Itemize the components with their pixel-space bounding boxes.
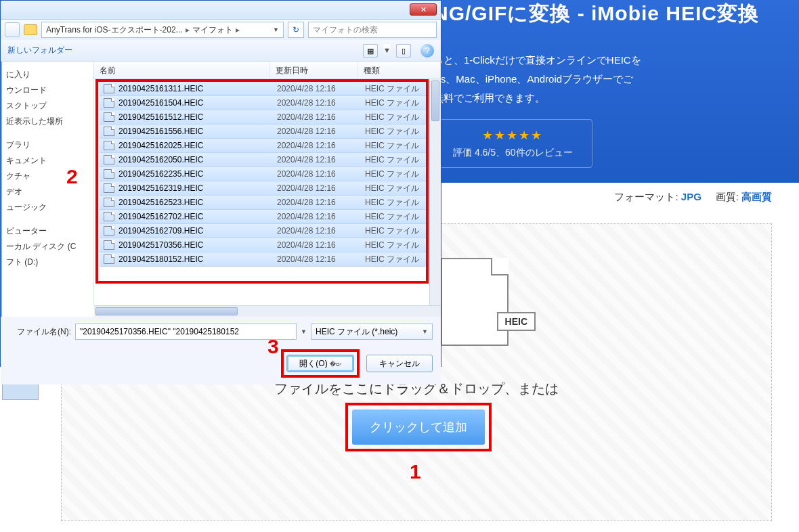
horizontal-scrollbar[interactable]: [94, 305, 441, 317]
file-row[interactable]: 20190425162523.HEIC2020/4/28 12:16HEIC フ…: [100, 196, 426, 210]
address-bar: AnyTrans for iOS-エクスポート-202... ▸ マイフォト ▸…: [1, 20, 441, 40]
cancel-button[interactable]: キャンセル: [366, 355, 433, 372]
dialog-toolbar: 新しいフォルダー ▦ ▼ ▯ ?: [1, 40, 441, 62]
breadcrumb-seg-2[interactable]: マイフォト: [192, 24, 233, 36]
col-name[interactable]: 名前: [94, 62, 270, 79]
file-type: HEIC ファイル: [365, 154, 426, 166]
heic-file-icon: HEIC: [434, 258, 515, 353]
sidebar-item[interactable]: デオ: [3, 184, 93, 200]
file-icon: [104, 84, 114, 93]
breadcrumb-seg-1[interactable]: AnyTrans for iOS-エクスポート-202...: [46, 24, 183, 36]
filename-label: ファイル名(N):: [9, 326, 71, 338]
help-button[interactable]: ?: [420, 44, 434, 58]
format-value[interactable]: JPG: [681, 191, 701, 202]
filename-dropdown-icon[interactable]: ▼: [301, 328, 307, 335]
file-name: 20190425161311.HEIC: [118, 84, 277, 93]
col-date[interactable]: 更新日時: [270, 62, 358, 79]
file-row[interactable]: 20190425180152.HEIC2020/4/28 12:16HEIC フ…: [100, 252, 426, 267]
file-name: 20190425180152.HEIC: [118, 254, 277, 264]
file-date: 2020/4/28 12:16: [277, 141, 365, 150]
file-row[interactable]: 20190425162050.HEIC2020/4/28 12:16HEIC フ…: [100, 153, 426, 167]
sidebar-item[interactable]: クチャ: [3, 169, 93, 184]
file-icon: [104, 127, 114, 136]
file-date: 2020/4/28 12:16: [277, 169, 365, 179]
sidebar-item[interactable]: ブラリ: [3, 137, 93, 153]
page-description: ると、1-Clickだけで直接オンラインでHEICを ws、Mac、iPhone…: [433, 51, 641, 108]
file-row[interactable]: 20190425162235.HEIC2020/4/28 12:16HEIC フ…: [100, 167, 426, 181]
file-row[interactable]: 20190425162025.HEIC2020/4/28 12:16HEIC フ…: [100, 139, 426, 153]
refresh-button[interactable]: ↻: [288, 22, 304, 38]
file-icon: [104, 240, 114, 250]
file-type-filter[interactable]: HEIC ファイル (*.heic)▼: [311, 324, 433, 340]
file-name: 20190425161512.HEIC: [118, 112, 277, 122]
file-name: 20190425162319.HEIC: [118, 183, 277, 193]
page-title: NG/GIFに変換 - iMobie HEIC変換: [433, 0, 759, 28]
view-mode-button[interactable]: ▦: [363, 44, 378, 58]
file-row[interactable]: 20190425170356.HEIC2020/4/28 12:16HEIC フ…: [100, 238, 426, 252]
sidebar-item[interactable]: キュメント: [3, 153, 93, 169]
file-row[interactable]: 20190425161556.HEIC2020/4/28 12:16HEIC フ…: [100, 125, 426, 139]
file-date: 2020/4/28 12:16: [277, 183, 365, 193]
sidebar-item[interactable]: に入り: [3, 67, 93, 83]
column-headers[interactable]: 名前 更新日時 種類: [94, 62, 441, 79]
file-icon: [104, 98, 114, 108]
sidebar-item[interactable]: ュージック: [3, 200, 93, 215]
file-row[interactable]: 20190425161311.HEIC2020/4/28 12:16HEIC フ…: [100, 82, 426, 96]
file-date: 2020/4/28 12:16: [277, 212, 365, 221]
file-type: HEIC ファイル: [365, 112, 426, 123]
file-type: HEIC ファイル: [365, 169, 426, 180]
sidebar-item[interactable]: ウンロード: [3, 83, 93, 98]
sidebar-item[interactable]: フト (D:): [3, 254, 93, 270]
preview-pane-button[interactable]: ▯: [396, 44, 411, 58]
file-name: 20190425161556.HEIC: [118, 127, 277, 136]
rating-box[interactable]: ★★★★★ 評価 4.6/5、60件のレビュー: [433, 119, 592, 168]
dialog-sidebar[interactable]: に入りウンロードスクトップ近表示した場所 ブラリキュメントクチャデオュージック …: [1, 62, 94, 305]
annotation-marker-1: 1: [410, 460, 421, 483]
annotation-marker-2: 2: [66, 165, 78, 188]
file-date: 2020/4/28 12:16: [277, 98, 365, 108]
file-date: 2020/4/28 12:16: [277, 254, 365, 264]
file-date: 2020/4/28 12:16: [277, 226, 365, 236]
star-icon: ★★★★★: [453, 128, 573, 143]
file-icon: [104, 141, 114, 150]
add-files-button[interactable]: クリックして追加: [352, 409, 485, 445]
file-type: HEIC ファイル: [365, 225, 426, 237]
file-type: HEIC ファイル: [365, 97, 426, 109]
col-type[interactable]: 種類: [358, 62, 441, 79]
sidebar-item[interactable]: スクトップ: [3, 98, 93, 114]
folder-icon: [24, 24, 37, 35]
file-row[interactable]: 20190425161504.HEIC2020/4/28 12:16HEIC フ…: [100, 96, 426, 110]
breadcrumb[interactable]: AnyTrans for iOS-エクスポート-202... ▸ マイフォト ▸…: [41, 22, 284, 38]
heic-badge: HEIC: [497, 312, 536, 331]
file-name: 20190425162025.HEIC: [118, 141, 277, 150]
file-date: 2020/4/28 12:16: [277, 84, 365, 93]
file-name: 20190425170356.HEIC: [118, 240, 277, 250]
sidebar-item[interactable]: 近表示した場所: [3, 114, 93, 129]
file-type: HEIC ファイル: [365, 240, 426, 251]
open-button[interactable]: 開く(O) �ים: [286, 355, 354, 372]
file-type: HEIC ファイル: [365, 197, 426, 208]
file-row[interactable]: 20190425162319.HEIC2020/4/28 12:16HEIC フ…: [100, 181, 426, 196]
close-button[interactable]: ✕: [410, 3, 437, 16]
file-name: 20190425162235.HEIC: [118, 169, 277, 179]
dialog-titlebar[interactable]: ✕: [1, 1, 441, 20]
new-folder-button[interactable]: 新しいフォルダー: [7, 45, 72, 56]
filename-input[interactable]: [75, 324, 297, 340]
file-row[interactable]: 20190425162709.HEIC2020/4/28 12:16HEIC フ…: [100, 224, 426, 238]
file-icon: [104, 254, 114, 264]
file-row[interactable]: 20190425162702.HEIC2020/4/28 12:16HEIC フ…: [100, 210, 426, 224]
rating-text: 評価 4.6/5、60件のレビュー: [453, 147, 573, 159]
quality-value[interactable]: 高画質: [741, 191, 772, 202]
search-input[interactable]: マイフォトの検索: [308, 22, 437, 38]
file-list[interactable]: 20190425161311.HEIC2020/4/28 12:16HEIC フ…: [100, 82, 426, 297]
annotation-box-1: クリックして追加: [345, 403, 492, 451]
file-name: 20190425162050.HEIC: [118, 155, 277, 164]
dialog-footer: ファイル名(N): ▼ HEIC ファイル (*.heic)▼ 開く(O) �י…: [1, 317, 441, 384]
file-type: HEIC ファイル: [365, 140, 426, 152]
sidebar-item[interactable]: ーカル ディスク (C: [3, 239, 93, 254]
vertical-scrollbar[interactable]: [429, 79, 441, 305]
file-row[interactable]: 20190425161512.HEIC2020/4/28 12:16HEIC フ…: [100, 110, 426, 125]
sidebar-item[interactable]: ピューター: [3, 223, 93, 239]
nav-back-button[interactable]: [5, 22, 20, 37]
format-label: フォーマット:: [614, 191, 678, 202]
